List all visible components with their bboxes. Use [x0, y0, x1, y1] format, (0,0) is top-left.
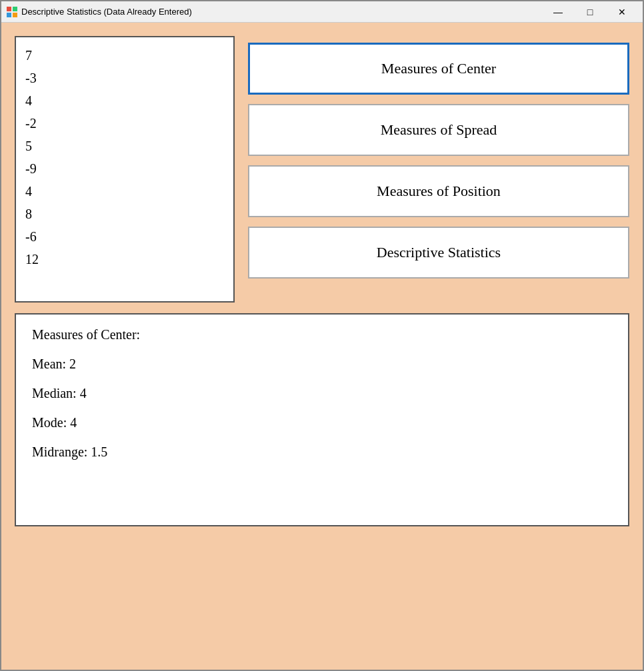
output-line: Midrange: 1.5 — [32, 445, 612, 458]
list-item: -9 — [25, 157, 224, 180]
output-section: Measures of Center:Mean: 2Median: 4Mode:… — [15, 313, 629, 526]
output-title: Measures of Center: — [32, 328, 612, 341]
window-controls: — □ ✕ — [543, 3, 637, 21]
svg-rect-3 — [13, 13, 17, 17]
output-line: Mode: 4 — [32, 416, 612, 429]
list-item: 12 — [25, 248, 224, 271]
descriptive-statistics-button[interactable]: Descriptive Statistics — [248, 227, 629, 279]
output-line: Median: 4 — [32, 386, 612, 400]
measures-of-spread-button[interactable]: Measures of Spread — [248, 104, 629, 156]
list-item: -6 — [25, 225, 224, 248]
data-list: 7-34-25-948-612 — [25, 44, 224, 271]
close-button[interactable]: ✕ — [607, 3, 637, 21]
list-item: 8 — [25, 203, 224, 225]
output-line: Mean: 2 — [32, 357, 612, 370]
measures-of-position-button[interactable]: Measures of Position — [248, 165, 629, 217]
data-list-container: 7-34-25-948-612 — [15, 36, 235, 303]
svg-rect-0 — [7, 7, 11, 11]
list-item: 4 — [25, 180, 224, 203]
buttons-section: Measures of CenterMeasures of SpreadMeas… — [248, 36, 629, 303]
main-content: 7-34-25-948-612 Measures of CenterMeasur… — [1, 23, 643, 670]
list-item: 7 — [25, 44, 224, 67]
list-item: 4 — [25, 89, 224, 112]
minimize-button[interactable]: — — [543, 3, 573, 21]
list-item: 5 — [25, 135, 224, 157]
measures-of-center-button[interactable]: Measures of Center — [248, 43, 629, 95]
main-window: Descriptive Statistics (Data Already Ent… — [0, 0, 644, 671]
title-bar: Descriptive Statistics (Data Already Ent… — [1, 1, 643, 23]
top-section: 7-34-25-948-612 Measures of CenterMeasur… — [15, 36, 629, 303]
list-item: -2 — [25, 112, 224, 135]
window-title: Descriptive Statistics (Data Already Ent… — [21, 7, 543, 17]
maximize-button[interactable]: □ — [575, 3, 605, 21]
app-icon — [7, 7, 17, 17]
list-item: -3 — [25, 67, 224, 89]
svg-rect-1 — [13, 7, 17, 11]
svg-rect-2 — [7, 13, 11, 17]
